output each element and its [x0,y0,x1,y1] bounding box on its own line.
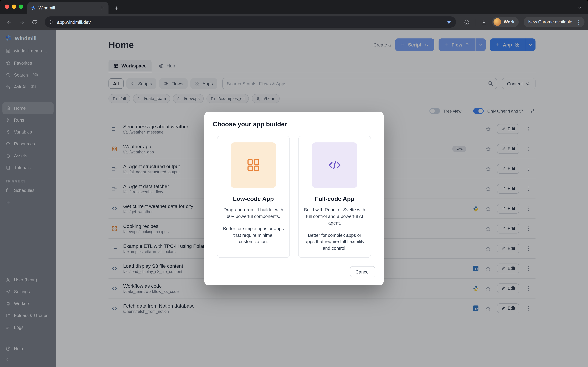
builder-card-tile [312,142,357,188]
downloads-button[interactable] [478,17,489,28]
close-tab-icon[interactable] [100,6,105,10]
chevron-down-icon [577,5,582,10]
app-builder-modal: Choose your app builder Low-code App Dra… [204,112,384,285]
windmill-favicon [31,6,36,10]
cancel-button[interactable]: Cancel [350,266,375,277]
builder-card-icon [245,157,261,173]
toolbar-divider [475,18,475,25]
tab-strip: Windmill [0,0,588,14]
browser-toolbar: app.windmill.dev Work New Chrome availab… [0,14,588,30]
url-text[interactable]: app.windmill.dev [57,19,443,25]
extensions-button[interactable] [461,17,472,28]
update-label: New Chrome available [528,20,572,25]
builder-cards: Low-code App Drag-and-drop UI builder wi… [213,136,375,258]
builder-card-title: Full-code App [303,196,366,202]
app-builder-card[interactable]: Full-code App Build with React or Svelte… [298,136,371,258]
browser-chrome: Windmill app.windmill.dev [0,0,588,30]
builder-card-tile [231,142,276,188]
address-bar[interactable]: app.windmill.dev [45,17,456,28]
modal-title: Choose your app builder [213,121,375,128]
bookmark-star-icon[interactable] [446,19,452,25]
reload-icon [31,19,37,25]
avatar [493,18,501,26]
site-info-icon[interactable] [49,20,54,25]
modal-footer: Cancel [213,266,375,277]
windmill-page: Windmill windmill-demo-... Favorites [0,30,588,367]
zoom-window-button[interactable] [19,5,23,9]
chrome-update-chip[interactable]: New Chrome available ⋮ [524,17,585,27]
browser-tab[interactable]: Windmill [27,2,109,14]
download-icon [481,19,487,25]
profile-label: Work [504,20,515,25]
plus-icon [113,5,119,11]
app-builder-card[interactable]: Low-code App Drag-and-drop UI builder wi… [217,136,290,258]
close-window-button[interactable] [5,5,9,9]
browser-menu-button[interactable]: ⋮ [574,19,583,25]
forward-icon [19,19,25,25]
forward-button[interactable] [16,17,27,28]
builder-card-title: Low-code App [222,196,285,202]
back-icon [6,19,12,25]
builder-card-note: Better for complex apps or apps that req… [303,232,366,252]
puzzle-icon [464,19,469,25]
tab-title: Windmill [38,6,97,10]
back-button[interactable] [3,17,15,28]
reload-button[interactable] [29,17,40,28]
tab-search-button[interactable] [575,3,585,13]
window-controls [5,5,23,9]
screen: Windmill app.windmill.dev [0,0,588,367]
builder-card-icon [327,157,343,173]
builder-card-description: Drag-and-drop UI builder with 60+ powerf… [222,207,285,220]
new-tab-button[interactable] [111,3,121,13]
profile-chip[interactable]: Work [492,17,519,27]
builder-card-description: Build with React or Svelte with full con… [303,207,366,226]
builder-card-note: Better for simple apps or apps that requ… [222,225,285,245]
minimize-window-button[interactable] [12,5,16,9]
